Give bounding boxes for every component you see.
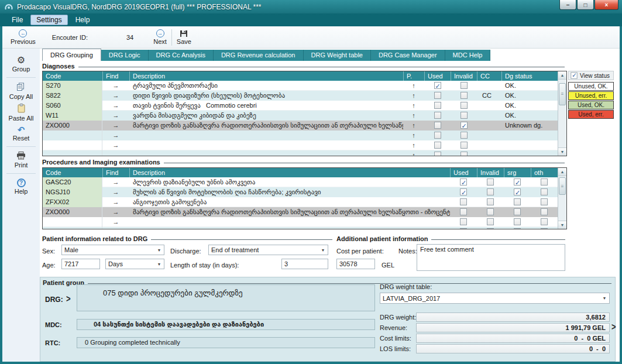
column-header[interactable]: Invalid [477, 168, 504, 177]
description-cell[interactable]: მუხლის ან წვივის მოტეხილობის ღია ჩასწორე… [129, 187, 450, 197]
oth-checkbox[interactable] [541, 228, 548, 229]
tab-drg-cc-analysis[interactable]: DRG Cc Analysis [149, 50, 214, 61]
sidebar-item-group[interactable]: ⚙Group [12, 56, 30, 73]
code-cell[interactable]: NGSJ10 [43, 187, 102, 197]
description-cell[interactable] [129, 140, 403, 150]
next-button[interactable]: Next [153, 29, 167, 45]
invalid-checkbox[interactable] [487, 188, 494, 195]
column-header[interactable]: Code [43, 71, 102, 81]
code-cell[interactable]: ZFXX02 [43, 197, 102, 207]
code-cell[interactable]: ZXO000 [43, 207, 102, 217]
diagnosis-row[interactable]: S822→დიდი წვივის დიაფიზური (სხეულის) მოტ… [43, 91, 558, 101]
used-checkbox[interactable] [460, 198, 467, 205]
column-header[interactable]: Description [129, 71, 403, 81]
scroll-up-button[interactable]: ▲ [558, 71, 566, 80]
invalid-checkbox[interactable] [461, 142, 468, 149]
invalid-checkbox[interactable] [487, 228, 494, 229]
procedure-row[interactable]: → [43, 217, 558, 227]
invalid-checkbox[interactable] [461, 82, 468, 89]
encounter-id-value[interactable]: 34 [126, 34, 133, 41]
description-cell[interactable]: მარტივი დოზის განსაზღვრა რადიოთერაპიისთვ… [129, 207, 450, 217]
code-cell[interactable]: S822 [43, 91, 102, 101]
code-cell[interactable]: W11 [43, 111, 102, 121]
description-cell[interactable]: თავის ტვინის შერყევა Commotio cerebri [129, 101, 403, 111]
age-input[interactable]: 7217 [61, 259, 100, 269]
diagnosis-row[interactable]: S060→თავის ტვინის შერყევა Commotio cereb… [43, 101, 558, 111]
menu-item-file[interactable]: File [6, 15, 29, 25]
priority-up-icon[interactable]: ↑ [403, 101, 424, 111]
procedure-row[interactable]: GASC20→პლევრის დაზიანებული უბნის ამოკვეთ… [43, 177, 558, 187]
description-cell[interactable]: ვარდნა მისადგმელი კიბიდან და კიბეზე [129, 111, 403, 121]
invalid-checkbox[interactable] [461, 102, 468, 109]
used-checkbox[interactable] [434, 132, 441, 139]
find-arrow-icon[interactable]: → [102, 81, 129, 91]
column-header[interactable]: Used [450, 168, 477, 177]
code-cell[interactable]: S270 [43, 81, 102, 91]
code-cell[interactable]: GASC20 [43, 177, 102, 187]
sidebar-item-help[interactable]: ?Help [15, 178, 28, 195]
cost-per-patient-input[interactable]: 30578 [336, 259, 375, 269]
used-checkbox[interactable] [434, 112, 441, 119]
code-cell[interactable] [43, 140, 102, 150]
used-checkbox[interactable] [434, 102, 441, 109]
used-checkbox[interactable] [460, 218, 467, 225]
find-arrow-icon[interactable]: → [102, 121, 129, 131]
description-cell[interactable] [129, 217, 450, 227]
length-of-stay-input[interactable]: 3 [281, 259, 328, 269]
description-cell[interactable]: ტრავმული პნევმოთორაქსი [129, 81, 403, 91]
oth-checkbox[interactable] [541, 188, 548, 195]
invalid-checkbox[interactable] [461, 112, 468, 119]
oth-checkbox[interactable] [541, 198, 548, 205]
find-arrow-icon[interactable]: → [102, 197, 129, 207]
srg-checkbox[interactable] [514, 178, 521, 186]
tab-drg-case-manager[interactable]: DRG Case Manager [371, 50, 445, 61]
find-arrow-icon[interactable]: → [102, 207, 129, 217]
scroll-up-button[interactable]: ▲ [558, 168, 566, 176]
find-arrow-icon[interactable]: → [102, 111, 129, 121]
find-arrow-icon[interactable]: → [102, 217, 129, 227]
find-arrow-icon[interactable]: → [102, 101, 129, 111]
sidebar-item-reset[interactable]: ↶Reset [13, 125, 30, 142]
column-header[interactable]: Code [43, 168, 102, 177]
oth-checkbox[interactable] [541, 218, 548, 225]
column-header[interactable]: Used [424, 71, 451, 81]
code-cell[interactable] [43, 131, 102, 140]
used-checkbox[interactable] [434, 152, 441, 156]
close-button[interactable]: × [594, 0, 618, 10]
diagnosis-row[interactable]: ZXO000→მარტივი დოზის განსაზღვრა რადიოთერ… [43, 121, 558, 131]
find-arrow-icon[interactable]: → [102, 187, 129, 197]
description-cell[interactable]: პლევრის დაზიანებული უბნის ამოკვეთა [129, 177, 450, 187]
previous-button[interactable]: Previous [11, 29, 36, 45]
scroll-down-button[interactable]: ▼ [558, 147, 566, 156]
oth-checkbox[interactable] [541, 178, 548, 186]
revenue-expand-chevron-icon[interactable] [611, 321, 616, 333]
drg-expand-chevron-icon[interactable] [66, 293, 71, 305]
description-cell[interactable] [129, 227, 450, 229]
column-header[interactable]: srg [504, 168, 531, 177]
used-checkbox[interactable] [460, 178, 467, 186]
view-status-toggle[interactable]: View status [568, 71, 614, 80]
diagnoses-vertical-scrollbar[interactable]: ▲▼ [558, 71, 566, 156]
column-header[interactable]: P. [403, 71, 424, 81]
invalid-checkbox[interactable] [461, 122, 468, 129]
column-header[interactable]: Invalid [451, 71, 477, 81]
srg-checkbox[interactable] [514, 198, 521, 205]
srg-checkbox[interactable] [514, 228, 521, 229]
tab-drg-logic[interactable]: DRG Logic [101, 50, 149, 61]
notes-input[interactable]: Free text comment [417, 244, 565, 271]
scroll-track[interactable] [558, 80, 566, 147]
procedure-row[interactable]: ZXO000→მარტივი დოზის განსაზღვრა რადიოთერ… [43, 207, 558, 217]
tab-drg-weight-table[interactable]: DRG Weight table [304, 50, 371, 61]
code-cell[interactable] [43, 227, 102, 229]
tab-mdc-help[interactable]: MDC Help [445, 50, 491, 61]
used-checkbox[interactable] [434, 142, 441, 149]
save-button[interactable]: Save [177, 30, 191, 45]
procedure-row[interactable]: ZFXX02→ანგიოჯეთის გამოყენება [43, 197, 558, 207]
procedures-vertical-scrollbar[interactable]: ▲▼ [558, 168, 566, 229]
view-status-checkbox[interactable] [571, 72, 577, 78]
used-checkbox[interactable] [434, 122, 441, 129]
sidebar-item-copy-all[interactable]: Copy All [9, 83, 33, 100]
description-cell[interactable]: მარტივი დოზის განსაზღვრა რადიოთერაპიისთვ… [129, 121, 403, 131]
description-cell[interactable] [129, 150, 403, 156]
invalid-checkbox[interactable] [461, 152, 468, 156]
